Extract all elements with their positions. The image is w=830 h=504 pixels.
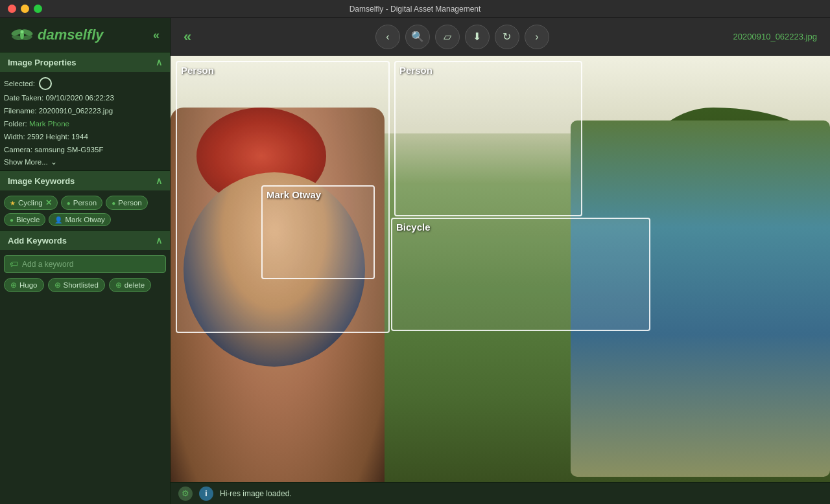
quick-tag-label: delete [124,281,145,289]
add-icon: ⊕ [10,281,17,290]
folder-link[interactable]: Mark Phone [29,120,69,128]
maximize-button[interactable] [34,5,42,13]
face-detection-button[interactable]: ▱ [435,25,460,49]
traffic-lights [8,5,42,13]
download-icon: ⬇ [473,30,481,43]
detection-box-mark-otway: Mark Otway [261,185,375,279]
detection-box-bicycle: Bicycle [391,218,650,331]
face-icon: ▱ [444,30,451,43]
toolbar-center: ‹ 🔍 ▱ ⬇ ↻ › [375,25,549,49]
image-keywords-panel: ★ Cycling ✕ ● Person ● Person ● Bicycle [0,190,170,231]
keyword-label: Person [73,199,97,207]
image-keywords-label: Image Keywords [8,176,75,186]
show-more-button[interactable]: Show More... ⌄ [4,157,166,166]
app-logo: damselfly [10,26,104,44]
image-properties-label: Image Properties [8,58,77,67]
next-icon: › [535,31,538,43]
add-keywords-label: Add Keywords [8,236,67,246]
svg-point-5 [21,30,24,34]
dragonfly-icon [10,26,34,44]
window-title: Damselfly - Digital Asset Management [350,5,481,14]
add-keywords-header[interactable]: Add Keywords ∧ [0,231,170,250]
quick-tag-label: Shortlisted [64,281,99,289]
star-icon: ★ [10,200,16,207]
person-icon: ● [112,200,115,207]
add-keywords-panel: 🏷 ⊕ Hugo ⊕ Shortlisted ⊕ delete [0,250,170,296]
person-group-icon: 👤 [54,216,62,223]
refresh-button[interactable]: ↻ [495,25,519,49]
keyword-input[interactable] [22,260,160,269]
status-message: Hi-res image loaded. [220,489,292,498]
image-keywords-chevron: ∧ [156,176,162,186]
detection-box-person2: Person [394,61,582,216]
image-filename-display: 20200910_062223.jpg [733,32,817,41]
titlebar: Damselfly - Digital Asset Management [0,0,830,18]
selected-circle-indicator [39,77,52,90]
keyword-label: Bicycle [16,216,40,223]
minimize-button[interactable] [21,5,29,13]
add-icon: ⊕ [54,281,61,290]
next-button[interactable]: › [525,25,549,49]
selected-row: Selected: [4,77,166,90]
detection-label-person1: Person [181,65,214,76]
filename-label: Filename: [4,107,37,115]
keyword-tag-mark-otway[interactable]: 👤 Mark Otway [49,213,110,226]
quick-tag-shortlisted[interactable]: ⊕ Shortlisted [48,278,105,292]
back-button[interactable]: « [184,29,191,45]
tag-icon: 🏷 [10,259,18,269]
location-icon: ● [10,216,14,223]
settings-icon[interactable]: ⚙ [178,487,193,501]
add-keywords-chevron: ∧ [156,235,162,246]
detection-label-mark-otway: Mark Otway [267,189,321,200]
detection-label-person2: Person [399,65,433,76]
dimensions-row: Width: 2592 Height: 1944 [4,132,166,142]
date-taken-label: Date Taken: [4,94,43,102]
prev-icon: ‹ [386,31,389,43]
remove-keyword-cycling[interactable]: ✕ [45,198,52,207]
close-button[interactable] [8,5,16,13]
quick-tag-label: Hugo [19,281,38,289]
image-canvas: Person Mark Otway Person Bicycle [171,56,830,482]
keyword-tag-bicycle[interactable]: ● Bicycle [4,213,45,226]
keywords-container: ★ Cycling ✕ ● Person ● Person ● Bicycle [4,196,166,226]
selected-label: Selected: [4,80,35,87]
quick-tags-container: ⊕ Hugo ⊕ Shortlisted ⊕ delete [4,278,166,292]
date-taken-row: Date Taken: 09/10/2020 06:22:23 [4,93,166,103]
image-properties-panel: Selected: Date Taken: 09/10/2020 06:22:2… [0,72,170,171]
quick-tag-delete[interactable]: ⊕ delete [109,278,151,292]
zoom-button[interactable]: 🔍 [405,25,430,49]
keyword-tag-cycling[interactable]: ★ Cycling ✕ [4,196,58,210]
image-properties-header[interactable]: Image Properties ∧ [0,52,170,72]
collapse-sidebar-button[interactable]: « [153,29,160,42]
prev-button[interactable]: ‹ [375,25,400,49]
image-keywords-header[interactable]: Image Keywords ∧ [0,171,170,190]
filename-row: Filename: 20200910_062223.jpg [4,106,166,116]
keyword-label: Mark Otway [65,216,104,223]
download-button[interactable]: ⬇ [465,25,490,49]
keyword-label: Person [118,199,141,207]
image-properties-chevron: ∧ [156,57,162,67]
camera-row: Camera: samsung SM-G935F [4,144,166,155]
keyword-input-container: 🏷 [4,255,166,273]
sidebar: damselfly « Image Properties ∧ Selected:… [0,18,171,504]
logo-area: damselfly « [0,18,170,52]
folder-label: Folder: [4,120,27,128]
filename-value: 20200910_062223.jpg [39,107,113,115]
date-taken-value: 09/10/2020 06:22:23 [45,94,114,102]
chevron-down-icon: ⌄ [51,157,57,166]
logo-name: damselfly [38,27,104,43]
toolbar: « ‹ 🔍 ▱ ⬇ ↻ › [171,18,830,56]
keyword-tag-person2[interactable]: ● Person [106,196,147,210]
image-viewer: Person Mark Otway Person Bicycle [171,56,830,482]
folder-row: Folder: Mark Phone [4,119,166,129]
info-icon: i [199,487,213,501]
camera-label: Camera: [4,146,32,154]
quick-tag-hugo[interactable]: ⊕ Hugo [4,278,44,292]
photo-background: Person Mark Otway Person Bicycle [171,56,830,482]
keyword-label: Cycling [18,199,43,207]
detection-label-bicycle: Bicycle [396,222,431,233]
add-icon: ⊕ [115,281,122,290]
content-area: « ‹ 🔍 ▱ ⬇ ↻ › [171,18,830,504]
keyword-tag-person1[interactable]: ● Person [61,196,102,210]
statusbar: ⚙ i Hi-res image loaded. [171,482,830,504]
